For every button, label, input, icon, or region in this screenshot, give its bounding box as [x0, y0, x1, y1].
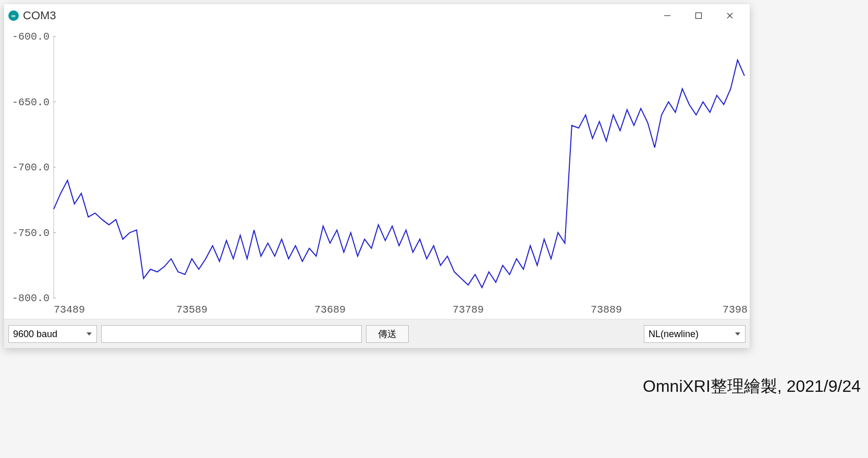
arduino-icon: ∞: [8, 10, 19, 21]
y-tick-label: -750.0: [12, 227, 50, 239]
x-tick-label: 7398: [723, 304, 748, 316]
y-tick-label: -800.0: [12, 292, 50, 304]
x-tick-label: 73589: [176, 304, 207, 316]
serial-input[interactable]: [101, 325, 362, 343]
x-tick-label: 73489: [54, 304, 85, 316]
data-line: [54, 60, 744, 288]
titlebar: ∞ COM3: [4, 4, 750, 27]
line-ending-select[interactable]: NL(newline): [644, 325, 745, 343]
send-button[interactable]: 傳送: [366, 325, 409, 343]
svg-rect-1: [696, 13, 702, 19]
minimize-button[interactable]: [652, 4, 683, 27]
window-title: COM3: [23, 9, 56, 22]
y-tick-label: -700.0: [12, 162, 50, 174]
serial-plotter-window: ∞ COM3 -600.0-650.0-700.0-750.0-800.0734…: [4, 4, 750, 348]
x-tick-label: 73689: [314, 304, 346, 316]
x-tick-label: 73889: [591, 304, 622, 316]
close-button[interactable]: [714, 4, 745, 27]
baud-rate-select[interactable]: 9600 baud: [8, 325, 97, 343]
x-tick-label: 73789: [453, 304, 484, 316]
y-tick-label: -600.0: [12, 31, 50, 43]
image-caption: OmniXRI整理繪製, 2021/9/24: [643, 375, 861, 398]
plot-area: -600.0-650.0-700.0-750.0-800.07348973589…: [4, 27, 750, 319]
y-tick-label: -650.0: [12, 96, 50, 108]
bottom-toolbar: 9600 baud 傳送 NL(newline): [4, 319, 750, 348]
maximize-button[interactable]: [683, 4, 714, 27]
